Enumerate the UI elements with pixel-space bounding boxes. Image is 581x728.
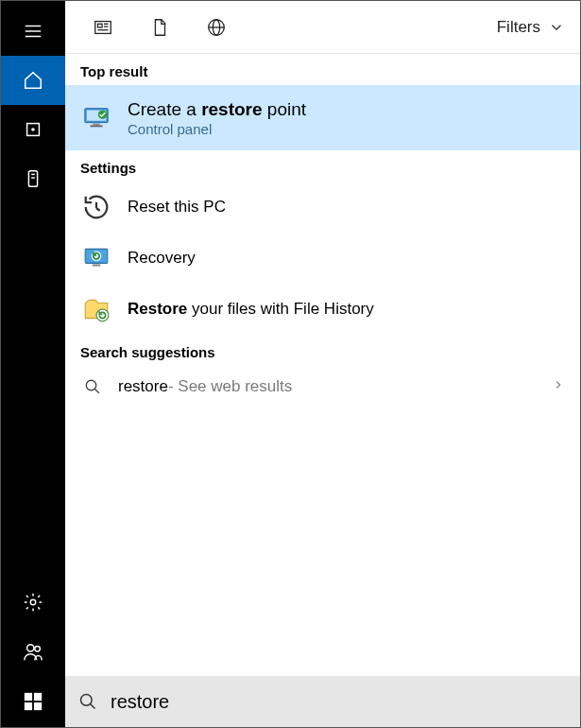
history-icon: [80, 191, 112, 223]
top-result-header: Top result: [65, 54, 580, 85]
recovery-label: Recovery: [128, 248, 196, 268]
filters-label: Filters: [497, 18, 540, 37]
svg-point-4: [31, 128, 35, 131]
svg-rect-12: [34, 693, 42, 701]
monitor-icon: [80, 101, 112, 133]
svg-line-37: [91, 704, 95, 709]
start-button[interactable]: [1, 676, 65, 727]
top-result-subtitle: Control panel: [128, 121, 306, 137]
recovery-icon: [80, 242, 112, 274]
web-suggestion[interactable]: restore - See web results: [65, 366, 580, 407]
svg-point-8: [30, 599, 36, 605]
svg-rect-11: [25, 693, 32, 701]
search-bar[interactable]: [65, 676, 580, 727]
svg-point-10: [35, 647, 41, 652]
top-result-item[interactable]: Create a restore point Control panel: [65, 85, 580, 150]
topbar: Filters: [65, 1, 580, 54]
svg-point-9: [27, 645, 34, 651]
search-icon: [80, 378, 105, 395]
filters-button[interactable]: Filters: [497, 18, 571, 37]
scope-document[interactable]: [131, 1, 188, 54]
chevron-down-icon: [548, 19, 565, 36]
sidebar: [1, 1, 65, 727]
scope-news[interactable]: [75, 1, 131, 54]
svg-rect-5: [28, 171, 37, 187]
sidebar-item-documents[interactable]: [1, 154, 65, 203]
suggestion-extra: - See web results: [168, 377, 292, 396]
svg-rect-14: [34, 702, 42, 710]
reset-label: Reset this PC: [128, 197, 226, 217]
sidebar-item-home[interactable]: [1, 56, 65, 105]
hamburger-menu[interactable]: [1, 7, 65, 56]
svg-rect-16: [98, 24, 103, 27]
chevron-right-icon: [552, 378, 565, 394]
settings-header: Settings: [65, 150, 580, 182]
svg-line-35: [94, 389, 99, 393]
svg-line-29: [96, 208, 100, 211]
sidebar-item-people[interactable]: [1, 627, 65, 676]
filehistory-icon: [80, 293, 112, 325]
search-input[interactable]: [111, 691, 567, 713]
settings-item-recovery[interactable]: Recovery: [65, 233, 580, 284]
svg-rect-25: [93, 124, 100, 126]
svg-point-34: [86, 380, 96, 390]
filehistory-label: Restore your files with File History: [128, 299, 374, 319]
top-result-title: Create a restore point: [128, 98, 306, 121]
main-panel: Filters Top result Create a restore poin…: [65, 1, 580, 727]
sidebar-item-settings[interactable]: [1, 578, 65, 627]
suggestions-header: Search suggestions: [65, 335, 580, 366]
svg-point-33: [96, 309, 109, 321]
sidebar-item-apps[interactable]: [1, 105, 65, 154]
svg-point-36: [81, 695, 93, 706]
settings-item-reset[interactable]: Reset this PC: [65, 182, 580, 233]
svg-rect-26: [90, 126, 102, 128]
svg-rect-13: [25, 702, 32, 710]
svg-rect-31: [93, 264, 101, 266]
scope-web[interactable]: [188, 1, 245, 54]
suggestion-term: restore: [118, 377, 168, 396]
settings-item-filehistory[interactable]: Restore your files with File History: [65, 284, 580, 335]
search-icon: [78, 692, 97, 711]
